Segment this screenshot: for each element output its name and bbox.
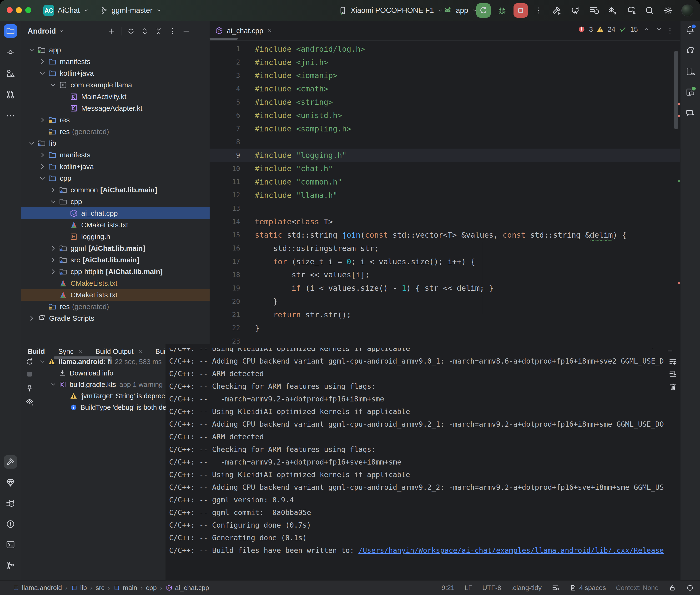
- code-line-12[interactable]: 12#include "llama.h": [209, 189, 680, 202]
- code-line-23[interactable]: 23: [209, 335, 680, 344]
- tree-item-mainactivity-kt[interactable]: MainActivity.kt: [21, 91, 209, 103]
- statusbar-caret-position[interactable]: 9:21: [442, 584, 455, 592]
- tool-stripe-button-problems[interactable]: [4, 517, 17, 531]
- tool-stripe-button-project[interactable]: [4, 24, 17, 38]
- refresh-icon[interactable]: [25, 358, 34, 366]
- project-widget[interactable]: AC AiChat: [43, 0, 89, 21]
- tree-chevron-icon[interactable]: [38, 115, 47, 124]
- statusbar-indent-size[interactable]: 4 spaces: [569, 584, 606, 592]
- code-line-13[interactable]: 13: [209, 202, 680, 215]
- tool-stripe-button-logcat[interactable]: [4, 497, 17, 510]
- tree-item-cpp[interactable]: cpp: [21, 196, 209, 207]
- minimize-window-button[interactable]: [16, 7, 22, 13]
- code-line-6[interactable]: 6#include <unistd.h>: [209, 109, 680, 122]
- close-window-button[interactable]: [7, 7, 12, 13]
- tree-item-common[interactable]: common[AiChat.lib.main]: [21, 184, 209, 196]
- tool-stripe-button-device-manager[interactable]: [683, 65, 697, 78]
- tree-item-messageadapter-kt[interactable]: MessageAdapter.kt: [21, 103, 209, 114]
- statusbar-inspection-highlight-level[interactable]: [686, 584, 694, 592]
- tool-stripe-button-gemini-chat[interactable]: [683, 106, 697, 119]
- run-configuration[interactable]: app: [443, 0, 478, 21]
- breadcrumb-llama-android[interactable]: llama.android: [12, 584, 62, 592]
- debug-button[interactable]: [497, 5, 507, 16]
- tree-item-res[interactable]: res: [21, 114, 209, 126]
- close-tab-icon[interactable]: [137, 348, 143, 354]
- statusbar-context[interactable]: Context: None: [616, 584, 659, 592]
- tab-scrollbar-thumb[interactable]: [209, 38, 238, 40]
- breadcrumb-src[interactable]: src: [95, 584, 104, 592]
- collapse-all-icon[interactable]: [155, 27, 163, 35]
- code-line-11[interactable]: 11#include "common.h": [209, 175, 680, 189]
- tree-item-app[interactable]: app: [21, 44, 209, 56]
- code-line-5[interactable]: 5#include <string>: [209, 95, 680, 109]
- tool-stripe-button-more-tool-windows[interactable]: [4, 109, 17, 122]
- breadcrumb-lib[interactable]: lib: [71, 584, 87, 592]
- avatar[interactable]: [681, 4, 693, 17]
- zoom-window-button[interactable]: [25, 7, 31, 13]
- tree-chevron-icon[interactable]: [38, 174, 47, 183]
- project-view-selector[interactable]: Android: [28, 27, 56, 35]
- minus-icon[interactable]: [182, 27, 191, 35]
- stop-gray-icon[interactable]: [25, 370, 34, 379]
- build-output-path-link[interactable]: /Users/hanyin/Workspace/ai-chat/examples…: [359, 546, 664, 555]
- sync-gradle-icon[interactable]: [626, 5, 636, 16]
- tree-item-gradle-scripts[interactable]: Gradle Scripts: [21, 312, 209, 324]
- code-line-14[interactable]: 14template<class T>: [209, 215, 680, 228]
- build-tree-item-build-gradle-kts[interactable]: build.gradle.ktsapp 1 warning: [36, 379, 166, 390]
- tree-chevron-icon[interactable]: [49, 186, 58, 195]
- tree-item-com-example-llama[interactable]: com.example.llama: [21, 79, 209, 91]
- kebab-icon[interactable]: [168, 27, 177, 35]
- code-line-10[interactable]: 10#include "chat.h": [209, 162, 680, 175]
- tool-stripe-button-commit[interactable]: [4, 46, 17, 59]
- tool-stripe-button-running-devices[interactable]: [683, 85, 697, 99]
- tree-chevron-icon[interactable]: [38, 57, 47, 66]
- tool-stripe-button-notifications[interactable]: [683, 23, 697, 37]
- tree-item-src[interactable]: src[AiChat.lib.main]: [21, 254, 209, 266]
- tree-chevron-icon[interactable]: [27, 46, 36, 55]
- rerun-app-button[interactable]: [476, 3, 491, 18]
- scroll-end-icon[interactable]: [668, 370, 677, 379]
- tree-item-manifests[interactable]: manifests: [21, 56, 209, 67]
- code-line-22[interactable]: 22}: [209, 321, 680, 335]
- statusbar-file-writable[interactable]: [669, 584, 676, 592]
- code-line-19[interactable]: 19 if (i < values.size() - 1) { str << d…: [209, 281, 680, 295]
- tool-stripe-button-gradle[interactable]: [683, 44, 697, 57]
- close-tab-icon[interactable]: [77, 348, 83, 354]
- tree-chevron-icon[interactable]: [49, 255, 58, 264]
- tree-item-cmakelists-txt[interactable]: CMakeLists.txt: [21, 219, 209, 231]
- vcs-branch-widget[interactable]: ggml-master: [100, 0, 162, 21]
- build-tree-item-download-info[interactable]: Download info: [36, 367, 166, 379]
- statusbar-line-separator[interactable]: LF: [465, 584, 472, 592]
- tree-item-lib[interactable]: lib: [21, 137, 209, 149]
- device-selector[interactable]: Xiaomi POCOPHONE F1: [338, 0, 444, 21]
- tree-item-kotlin-java[interactable]: kotlin+java: [21, 67, 209, 79]
- next-problem-icon[interactable]: [655, 26, 663, 33]
- code-line-3[interactable]: 3#include <iomanip>: [209, 69, 680, 82]
- tree-chevron-icon[interactable]: [49, 81, 58, 89]
- tree-item-cmakelists-txt[interactable]: CMakeLists.txt: [21, 277, 209, 289]
- statusbar-file-encoding[interactable]: UTF-8: [482, 584, 501, 592]
- tree-chevron-icon[interactable]: [38, 358, 46, 366]
- breadcrumb-cpp[interactable]: cpp: [146, 584, 157, 592]
- breadcrumb-ai-chat-cpp[interactable]: Cai_chat.cpp: [166, 584, 209, 592]
- vcs-stripe-mark[interactable]: [678, 180, 680, 182]
- editor-scrollbar-thumb[interactable]: [674, 51, 678, 129]
- tool-stripe-button-app-quality-insights[interactable]: [4, 476, 17, 489]
- apply-code-changes-icon[interactable]: [589, 5, 599, 16]
- expand-all-icon[interactable]: [141, 27, 149, 35]
- tree-chevron-icon[interactable]: [49, 244, 58, 253]
- error-stripe-mark[interactable]: [678, 115, 680, 117]
- search-icon[interactable]: [644, 5, 655, 16]
- tree-item-res[interactable]: res(generated): [21, 126, 209, 137]
- tree-chevron-icon[interactable]: [27, 139, 36, 148]
- code-line-8[interactable]: 8: [209, 136, 680, 149]
- code-line-15[interactable]: 15static std::string join(const std::vec…: [209, 228, 680, 242]
- error-stripe-mark[interactable]: [678, 282, 680, 284]
- error-stripe-mark[interactable]: [678, 103, 680, 105]
- tree-chevron-icon[interactable]: [38, 69, 47, 78]
- code-line-4[interactable]: 4#include <cmath>: [209, 82, 680, 95]
- tree-item-ggml[interactable]: ggml[AiChat.lib.main]: [21, 243, 209, 254]
- trash-icon[interactable]: [668, 382, 677, 391]
- build-tree-item-buildtype-debug-is-both-de[interactable]: BuildType 'debug' is both de: [36, 402, 166, 413]
- tool-stripe-button-terminal[interactable]: [4, 538, 17, 551]
